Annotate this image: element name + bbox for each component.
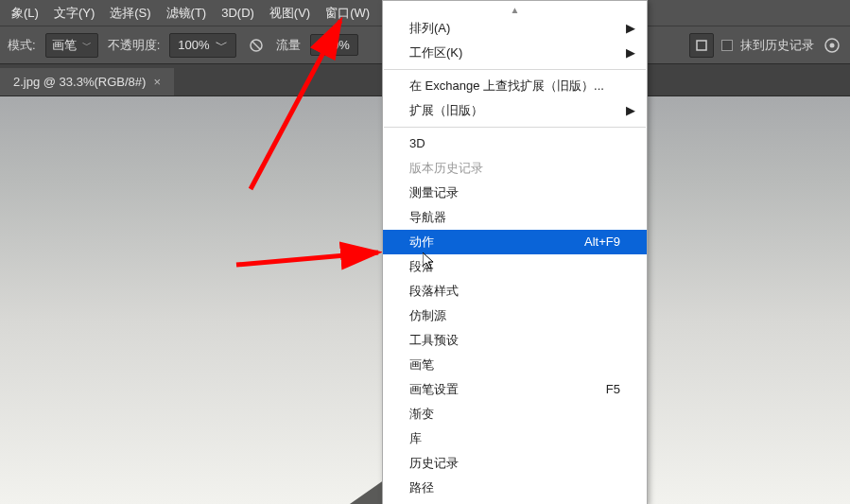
shortcut-label: F5: [606, 381, 620, 398]
menu-item-measurement[interactable]: 测量记录: [383, 181, 647, 205]
menu-item-brush-settings[interactable]: 画笔设置 F5: [383, 377, 647, 402]
window-menu-dropdown: ▲ 排列(A) ▶ 工作区(K) ▶ 在 Exchange 上查找扩展（旧版）.…: [382, 0, 648, 504]
chevron-down-icon: ﹀: [216, 37, 228, 54]
menu-item-tool-presets[interactable]: 工具预设: [383, 328, 647, 353]
flow-label: 流量: [276, 37, 301, 54]
menu-item-workspace[interactable]: 工作区(K) ▶: [383, 41, 647, 65]
menu-separator: [384, 69, 646, 70]
svg-rect-1: [697, 41, 706, 50]
menu-item-exchange[interactable]: 在 Exchange 上查找扩展（旧版）...: [383, 74, 647, 98]
menu-item-brushes[interactable]: 画笔: [383, 353, 647, 377]
menu-filter[interactable]: 滤镜(T): [159, 1, 215, 26]
history-checkbox[interactable]: [721, 40, 733, 51]
menu-item-clone-source[interactable]: 仿制源: [383, 304, 647, 328]
menu-item-paragraph[interactable]: 段落: [383, 254, 647, 279]
pressure-opacity-icon[interactable]: [246, 35, 267, 56]
menu-type[interactable]: 文字(Y): [46, 1, 102, 26]
shortcut-label: Alt+F9: [584, 234, 620, 251]
submenu-arrow-icon: ▶: [626, 20, 635, 37]
scroll-up-icon[interactable]: ▲: [383, 5, 647, 16]
history-label: 抹到历史记录: [740, 37, 814, 54]
menu-item-paragraph-styles[interactable]: 段落样式: [383, 279, 647, 304]
menu-item-navigator[interactable]: 导航器: [383, 205, 647, 230]
menu-select[interactable]: 选择(S): [102, 1, 158, 26]
menu-item-paths[interactable]: 路径: [383, 476, 647, 500]
flow-value[interactable]: 100%: [310, 34, 358, 56]
close-icon[interactable]: ×: [153, 75, 161, 89]
pressure-size-icon[interactable]: [822, 35, 842, 56]
menu-separator: [384, 127, 646, 128]
document-tab[interactable]: 2.jpg @ 33.3%(RGB/8#) ×: [0, 68, 174, 96]
menu-item-version-history: 版本历史记录: [383, 156, 647, 181]
menu-view[interactable]: 视图(V): [262, 1, 318, 26]
brush-mode-value: 画笔: [52, 37, 77, 54]
menu-window[interactable]: 窗口(W): [318, 1, 377, 26]
menu-item-extension[interactable]: 扩展（旧版） ▶: [383, 98, 647, 123]
brush-mode-combo[interactable]: 画笔 ﹀: [45, 33, 98, 58]
menu-3d[interactable]: 3D(D): [214, 2, 262, 24]
menu-item-history[interactable]: 历史记录: [383, 451, 647, 476]
chevron-down-icon: ﹀: [82, 39, 92, 52]
menu-image[interactable]: 象(L): [4, 1, 46, 26]
opacity-label: 不透明度:: [108, 37, 161, 54]
menu-item-gradients[interactable]: 渐变: [383, 402, 647, 426]
submenu-arrow-icon: ▶: [626, 44, 635, 61]
submenu-arrow-icon: ▶: [626, 102, 635, 119]
menu-item-libraries[interactable]: 库: [383, 426, 647, 451]
mode-label: 模式:: [8, 37, 36, 54]
airbrush-icon[interactable]: [689, 33, 714, 58]
tab-title: 2.jpg @ 33.3%(RGB/8#): [13, 75, 146, 89]
svg-point-3: [830, 43, 835, 47]
menu-item-3d[interactable]: 3D: [383, 131, 647, 156]
opacity-value[interactable]: 100% ﹀: [169, 33, 235, 58]
menu-item-arrange[interactable]: 排列(A) ▶: [383, 16, 647, 41]
menu-item-actions[interactable]: 动作 Alt+F9: [383, 230, 647, 254]
